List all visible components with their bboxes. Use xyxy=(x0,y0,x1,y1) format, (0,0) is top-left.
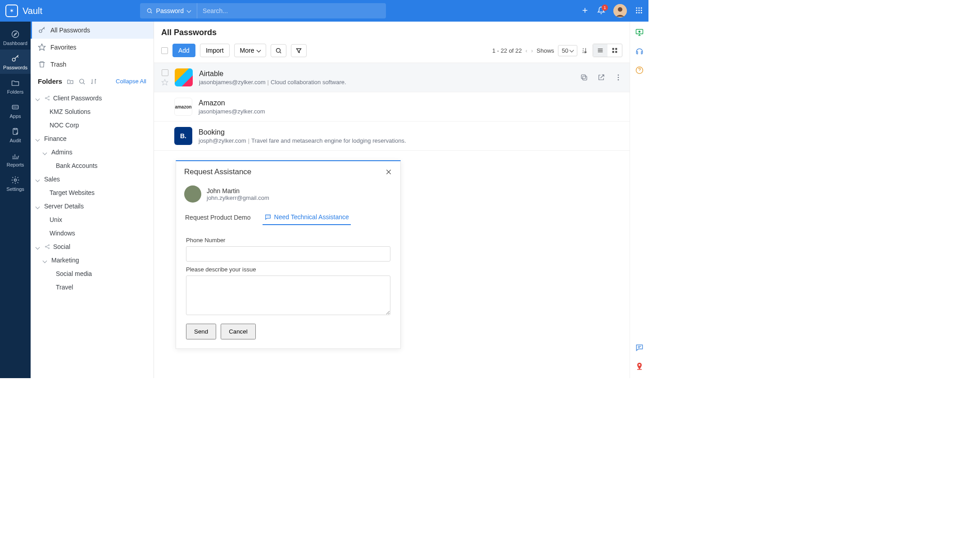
tree-node-kmz[interactable]: KMZ Solutions xyxy=(36,105,148,118)
rail-item-settings[interactable]: Settings xyxy=(0,171,31,195)
page-size-dropdown[interactable]: 50 xyxy=(558,45,577,56)
star-icon xyxy=(38,43,46,51)
tree-node-travel[interactable]: Travel xyxy=(36,280,148,294)
search-icon[interactable] xyxy=(78,78,86,85)
rail-label: Apps xyxy=(9,113,21,119)
gear-icon xyxy=(11,176,20,185)
add-button[interactable] xyxy=(581,6,589,16)
rail-item-dashboard[interactable]: Dashboard xyxy=(0,25,31,50)
search-scope-label: Password xyxy=(156,7,184,14)
tree-node-admins[interactable]: Admins xyxy=(36,145,148,159)
open-icon[interactable] xyxy=(597,73,605,81)
collapse-all-link[interactable]: Collapse All xyxy=(116,78,146,85)
share-icon xyxy=(44,95,50,101)
svg-point-44 xyxy=(618,77,619,78)
send-button[interactable]: Send xyxy=(186,324,216,339)
svg-point-25 xyxy=(45,98,46,99)
tab-technical-assistance[interactable]: Need Technical Assistance xyxy=(263,210,351,225)
svg-point-49 xyxy=(639,364,640,366)
page-next[interactable]: › xyxy=(531,47,533,54)
tree-node-sales[interactable]: Sales xyxy=(36,172,148,186)
tree-node-server[interactable]: Server Details xyxy=(36,199,148,213)
close-icon[interactable] xyxy=(385,168,392,176)
svg-point-10 xyxy=(638,9,639,11)
svg-point-31 xyxy=(276,48,280,52)
more-icon[interactable] xyxy=(614,73,622,81)
folder-tree: Client Passwords KMZ Solutions NOC Corp … xyxy=(31,90,154,299)
password-row[interactable]: B. Booking josph@zylker.com|Travel fare … xyxy=(154,122,630,151)
tree-node-windows[interactable]: Windows xyxy=(36,226,148,240)
sidebar-trash[interactable]: Trash xyxy=(31,56,154,73)
tree-node-unix[interactable]: Unix xyxy=(36,213,148,226)
sort-az-icon[interactable]: AZ xyxy=(581,46,589,54)
tree-node-social[interactable]: Social xyxy=(36,240,148,253)
rail-item-folders[interactable]: Folders xyxy=(0,74,31,98)
chevron-down-icon xyxy=(257,47,260,54)
sidebar-all-passwords[interactable]: All Passwords xyxy=(31,22,154,39)
more-button[interactable]: More xyxy=(234,44,266,57)
help-icon[interactable] xyxy=(635,66,644,75)
search-button[interactable] xyxy=(271,44,286,57)
page-prev[interactable]: ‹ xyxy=(526,47,527,54)
search-scope-dropdown[interactable]: Password xyxy=(140,3,197,18)
list-view-button[interactable] xyxy=(593,44,607,57)
notifications-button[interactable]: 1 xyxy=(597,6,605,16)
tree-node-social-media[interactable]: Social media xyxy=(36,267,148,280)
filter-button[interactable] xyxy=(291,44,307,57)
folder-plus-icon[interactable] xyxy=(67,78,74,85)
tree-node-noc[interactable]: NOC Corp xyxy=(36,118,148,132)
monitor-icon[interactable] xyxy=(635,28,644,37)
select-all-checkbox[interactable] xyxy=(161,47,168,54)
svg-point-27 xyxy=(48,99,49,100)
chat-icon[interactable] xyxy=(635,343,644,352)
folder-icon xyxy=(11,78,20,87)
rail-label: Reports xyxy=(7,162,24,167)
app-logo: ✶ xyxy=(5,5,18,17)
grid-view-button[interactable] xyxy=(607,44,622,57)
tree-node-target[interactable]: Target Websites xyxy=(36,186,148,199)
rail-label: Audit xyxy=(9,138,21,143)
phone-label: Phone Number xyxy=(186,237,390,244)
sort-icon[interactable] xyxy=(90,78,97,85)
search-input[interactable] xyxy=(197,3,386,18)
view-toggle xyxy=(593,44,622,57)
rail-item-reports[interactable]: Reports xyxy=(0,147,31,171)
apps-grid-button[interactable] xyxy=(635,6,643,16)
rail-label: Folders xyxy=(7,89,24,95)
svg-point-47 xyxy=(639,31,640,32)
svg-point-12 xyxy=(636,12,637,13)
tree-node-bank[interactable]: Bank Accounts xyxy=(36,159,148,172)
add-button[interactable]: Add xyxy=(172,44,195,57)
phone-input[interactable] xyxy=(186,246,390,262)
search-icon xyxy=(275,47,282,54)
tree-node-finance[interactable]: Finance xyxy=(36,132,148,145)
headset-icon[interactable] xyxy=(635,47,644,56)
password-row[interactable]: Airtable jasonbjames@zylker.com|Cloud co… xyxy=(154,63,630,92)
import-button[interactable]: Import xyxy=(200,44,230,57)
tree-node-client-passwords[interactable]: Client Passwords xyxy=(36,91,148,105)
svg-rect-36 xyxy=(612,48,614,50)
cancel-button[interactable]: Cancel xyxy=(221,324,256,339)
sidebar-label: All Passwords xyxy=(50,27,90,34)
svg-point-14 xyxy=(641,12,642,13)
dialog-user-name: John Martin xyxy=(207,187,269,194)
star-icon[interactable] xyxy=(161,79,168,86)
row-title: Booking xyxy=(199,128,622,136)
rail-item-audit[interactable]: Audit xyxy=(0,122,31,147)
dialog-user-email: john.zylkerr@gmail.com xyxy=(207,194,269,201)
row-email: josph@zylker.com xyxy=(199,137,246,144)
map-pin-icon[interactable] xyxy=(635,362,644,371)
sidebar-favorites[interactable]: Favorites xyxy=(31,39,154,56)
trash-icon xyxy=(38,60,46,68)
copy-icon[interactable] xyxy=(580,73,588,81)
tree-node-marketing[interactable]: Marketing xyxy=(36,253,148,267)
user-avatar[interactable] xyxy=(613,4,627,18)
rail-label: Dashboard xyxy=(3,41,27,46)
rail-item-apps[interactable]: SSO Apps xyxy=(0,98,31,122)
row-checkbox[interactable] xyxy=(162,69,168,76)
tab-request-demo[interactable]: Request Product Demo xyxy=(183,210,253,225)
issue-textarea[interactable] xyxy=(186,275,390,315)
password-row[interactable]: amazon Amazon jasonbjames@zylker.com xyxy=(154,92,630,122)
rail-item-passwords[interactable]: Passwords xyxy=(0,50,31,74)
svg-point-5 xyxy=(618,7,622,12)
